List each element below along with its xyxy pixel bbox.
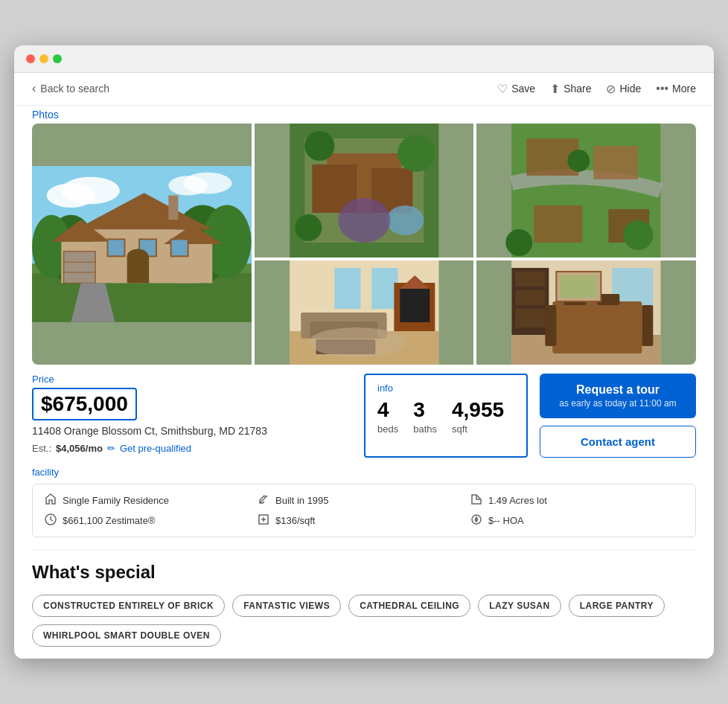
lot-icon [470,493,482,508]
more-action[interactable]: ••• More [656,82,696,95]
svg-rect-49 [334,268,360,309]
close-dot[interactable] [26,54,35,63]
back-button[interactable]: ‹ Back to search [32,82,109,95]
hammer-icon [258,493,269,508]
facility-lot-text: 1.49 Acres lot [488,495,547,506]
tags-container: CONSTRUCTED ENTIRELY OF BRICK FANTASTIC … [32,595,696,647]
photos-grid [32,124,696,365]
svg-rect-55 [301,313,386,321]
svg-rect-56 [301,313,310,339]
info-box: info 4 beds 3 baths 4,955 sqft [364,374,528,458]
pre-qualified-link[interactable]: Get pre-qualified [120,443,191,454]
hide-action[interactable]: ⊘ Hide [606,82,641,96]
browser-dots [26,54,62,63]
svg-rect-23 [64,252,96,284]
svg-rect-74 [561,275,598,298]
svg-rect-40 [594,146,639,179]
maximize-dot[interactable] [53,54,62,63]
svg-point-36 [295,214,322,241]
svg-rect-69 [546,305,557,346]
facility-zestimate-text: $661,100 Zestimate® [63,515,155,526]
svg-rect-41 [534,205,583,243]
svg-point-43 [568,150,590,172]
facility-item-built: Built in 1995 [258,493,470,508]
est-label: Est.: [32,443,51,454]
browser-chrome [14,45,714,73]
sqft-label: sqft [452,423,467,435]
svg-rect-65 [516,272,546,287]
svg-point-37 [338,198,390,243]
more-icon: ••• [656,82,668,95]
svg-rect-70 [642,305,654,346]
page-content: ‹ Back to search ♡ Save ⬆ Share ⊘ Hide •… [14,73,714,659]
svg-point-34 [304,131,334,161]
sqft-icon [258,513,269,528]
minimize-dot[interactable] [39,54,48,63]
svg-point-45 [506,229,533,256]
svg-rect-52 [400,289,430,322]
est-payment: Est.: $4,056/mo ✏ Get pre-qualified [32,443,352,454]
price-box: $675,000 [32,388,137,420]
baths-value: 3 [413,398,437,422]
hide-icon: ⊘ [606,82,616,96]
facility-section: facility Single Family Residence [14,467,714,549]
beds-value: 4 [377,398,398,422]
tag-views: FANTASTIC VIEWS [232,595,341,617]
aerial-photo-2[interactable] [476,124,696,257]
tour-column: Request a tour as early as today at 11:0… [540,374,696,458]
est-amount: $4,056/mo [56,443,103,454]
photos-label: Phtos [32,109,696,121]
share-action[interactable]: ⬆ Share [550,82,591,96]
facility-hoa-text: $-- HOA [488,515,524,526]
baths-stat: 3 baths [413,398,437,435]
dining-room-photo[interactable] [476,260,696,365]
tag-oven: WHIRLPOOL SMART DOUBLE OVEN [32,624,221,647]
save-label: Save [511,83,535,95]
aerial-photo-1[interactable] [255,124,474,257]
sqft-value: 4,955 [452,398,504,422]
contact-agent-button[interactable]: Contact agent [540,426,696,458]
heart-icon: ♡ [497,82,508,96]
zestimate-icon [45,513,57,528]
tag-brick: CONSTRUCTED ENTIRELY OF BRICK [32,595,225,617]
beds-label: beds [377,423,398,435]
more-label: More [672,83,696,95]
facility-item-zestimate: $661,100 Zestimate® [45,513,258,528]
info-stats: 4 beds 3 baths 4,955 sqft [377,398,514,435]
save-action[interactable]: ♡ Save [497,82,535,96]
home-icon [45,493,57,508]
price-label: Price [32,374,352,385]
facility-row-2: $661,100 Zestimate® $136/sqft [45,513,683,528]
svg-rect-27 [168,195,178,220]
hide-label: Hide [619,83,641,95]
share-icon: ⬆ [550,82,560,96]
browser-window: ‹ Back to search ♡ Save ⬆ Share ⊘ Hide •… [14,45,714,659]
nav-actions: ♡ Save ⬆ Share ⊘ Hide ••• More [497,82,696,96]
svg-point-5 [183,173,232,194]
main-photo[interactable] [32,124,252,365]
baths-label: baths [413,423,437,435]
request-tour-button[interactable]: Request a tour as early as today at 11:0… [540,374,696,418]
facility-ppsqft-text: $136/sqft [275,515,316,526]
tag-pantry: LARGE PANTRY [569,595,665,617]
details-section: Price $675,000 11408 Orange Blossom Ct, … [14,365,714,467]
facility-built-text: Built in 1995 [275,495,329,506]
living-room-photo[interactable] [255,260,474,365]
whats-special-section: What's special CONSTRUCTED ENTIRELY OF B… [14,550,714,659]
back-label: Back to search [40,83,109,95]
svg-rect-18 [107,239,124,256]
facility-item-type: Single Family Residence [45,493,258,508]
price-address-column: Price $675,000 11408 Orange Blossom Ct, … [32,374,352,458]
request-tour-sub-label: as early as today at 11:00 am [552,398,684,410]
beds-stat: 4 beds [377,398,398,435]
svg-point-59 [308,327,405,357]
facility-item-hoa: $-- HOA [470,513,683,528]
facility-grid: Single Family Residence Built in 1995 [32,484,696,537]
facility-row-1: Single Family Residence Built in 1995 [45,493,683,508]
facility-item-ppsqft: $136/sqft [258,513,470,528]
info-label: info [377,383,514,394]
price-value: $675,000 [41,392,128,415]
edit-icon[interactable]: ✏ [107,443,115,454]
svg-rect-67 [516,309,546,327]
svg-rect-50 [371,268,397,309]
